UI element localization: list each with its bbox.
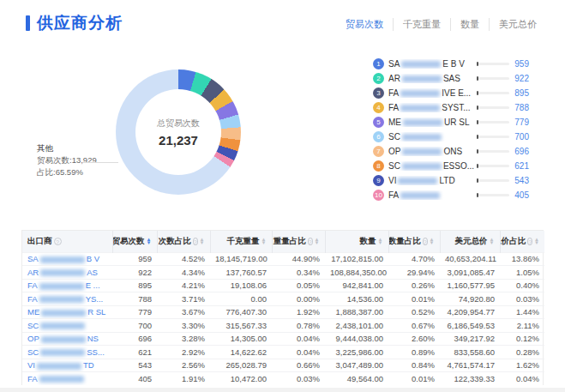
value-bar — [477, 106, 509, 109]
sort-icon[interactable]: ▲▼ — [147, 238, 152, 244]
legend-value: 788 — [514, 103, 529, 112]
sort-icon[interactable]: ▲▼ — [200, 238, 205, 244]
legend-item[interactable]: 8SCESSO...621 — [373, 159, 529, 173]
column-label: 数量 — [360, 236, 376, 247]
table-cell: 0.04% — [272, 346, 325, 359]
redacted-text — [402, 163, 442, 170]
legend-item[interactable]: 10FA405 — [373, 188, 529, 202]
column-header-贸易次数[interactable]: 贸易次数▲▼ — [112, 231, 157, 252]
value-bar-fill — [477, 149, 478, 154]
value-bar-fill — [477, 135, 478, 139]
redacted-text — [402, 148, 442, 155]
exporter-name-link[interactable]: VITD — [22, 359, 112, 372]
table-cell: 3,091,085.47 — [440, 266, 500, 280]
table-row: OPNS6963.28%14,305.000.04%9,444,038.002.… — [22, 332, 544, 346]
table-cell: 959 — [112, 252, 157, 266]
value-bar-fill — [477, 120, 478, 124]
table-cell: 895 — [112, 279, 157, 292]
rank-badge: 1 — [373, 58, 384, 69]
rank-badge: 2 — [373, 73, 384, 84]
exporter-name-link[interactable]: ARAS — [22, 266, 112, 280]
exporter-name-link[interactable]: SAB V — [22, 252, 112, 266]
redacted-text — [40, 256, 85, 263]
table-cell: 922 — [112, 266, 157, 280]
value-bar-fill — [477, 62, 478, 66]
table-cell: 0.00% — [272, 292, 325, 306]
legend-item[interactable]: 4FASYST...788 — [373, 100, 529, 115]
legend-item[interactable]: 7OPONS696 — [373, 144, 529, 159]
table-cell: 0.67% — [388, 319, 440, 333]
redacted-text — [37, 363, 81, 370]
legend-item[interactable]: 2ARSAS922 — [373, 71, 529, 86]
table-cell: 44.90% — [272, 252, 325, 266]
tab-千克重量[interactable]: 千克重量 — [393, 18, 450, 31]
table-cell: 4,761,574.17 — [440, 359, 500, 372]
supplier-legend: 1SAE B V9592ARSAS9223FAIVE E...8954FASYS… — [373, 57, 529, 202]
redacted-text — [40, 349, 85, 356]
supplier-name: FASYST... — [388, 103, 475, 112]
table-cell: 17,102,815.00 — [325, 252, 388, 266]
legend-value: 779 — [514, 118, 529, 127]
supplier-name: ARSAS — [388, 74, 475, 83]
exporter-name-link[interactable]: SCSS... — [22, 346, 112, 359]
column-header-数量占比[interactable]: 数量占比?▲▼ — [388, 231, 440, 252]
legend-item[interactable]: 6SC700 — [373, 130, 529, 144]
redacted-text — [40, 323, 85, 329]
supplier-table-container: 出口商?贸易次数▲▼次数占比?▲▼千克重量▲▼重量占比?▲▼数量▲▼数量占比?▲… — [21, 230, 544, 385]
table-cell: 14,536.00 — [325, 292, 388, 306]
table-cell: 0.40% — [500, 279, 544, 292]
sort-icon[interactable]: ▲▼ — [261, 238, 267, 244]
exporter-name-link[interactable]: OPNS — [22, 332, 112, 346]
tab-贸易次数[interactable]: 贸易次数 — [336, 18, 393, 31]
table-cell: 0.26% — [388, 279, 440, 292]
table-cell: 405 — [112, 372, 157, 386]
donut-center-label: 总贸易次数 — [157, 118, 200, 130]
column-header-重量占比[interactable]: 重量占比?▲▼ — [272, 231, 325, 252]
legend-item[interactable]: 9VILTD543 — [373, 173, 529, 188]
redacted-text — [400, 105, 440, 112]
table-cell: 621 — [112, 346, 157, 359]
value-bar — [477, 63, 509, 65]
legend-value: 922 — [514, 74, 529, 83]
redacted-text — [401, 61, 441, 68]
sort-icon[interactable]: ▲▼ — [534, 238, 539, 244]
donut-center-value: 21,237 — [159, 133, 198, 148]
sort-icon[interactable]: ▲▼ — [490, 238, 495, 244]
redacted-text — [403, 119, 442, 126]
legend-item[interactable]: 1SAE B V959 — [373, 57, 529, 71]
column-header-千克重量[interactable]: 千克重量▲▼ — [210, 231, 272, 252]
supplier-name: MEUR SL — [388, 118, 475, 127]
table-cell: 4.70% — [388, 252, 440, 266]
table-cell: 4.52% — [157, 252, 210, 266]
legend-item[interactable]: 5MEUR SL779 — [373, 115, 529, 130]
column-header-美元总价[interactable]: 美元总价▲▼ — [440, 231, 500, 252]
exporter-name-link[interactable]: FAYS... — [22, 292, 112, 306]
callout-count: 贸易次数:13,929 — [37, 154, 97, 166]
sort-icon[interactable]: ▲▼ — [315, 238, 320, 244]
tab-数量[interactable]: 数量 — [450, 18, 489, 31]
legend-item[interactable]: 3FAIVE E...895 — [373, 86, 529, 100]
column-header-content: 数量占比?▲▼ — [394, 236, 435, 247]
exporter-name-link[interactable]: FA — [22, 372, 112, 386]
redacted-text — [41, 310, 86, 317]
column-header-总价占比[interactable]: 总价占比?▲▼ — [500, 231, 544, 252]
title-accent-bar — [26, 15, 30, 31]
column-label: 美元总价 — [455, 236, 488, 247]
redacted-text — [39, 376, 84, 383]
info-icon: ? — [54, 238, 62, 245]
exporter-name-link[interactable]: MER SL — [22, 305, 112, 319]
metric-tabs: 贸易次数千克重量数量美元总价 — [336, 18, 546, 31]
exporter-name-link[interactable]: FAE ... — [22, 279, 112, 292]
supplier-name: FA — [388, 190, 475, 200]
table-row: SCSS...6212.92%14,622.620.04%3,225,986.0… — [22, 346, 544, 359]
column-header-数量[interactable]: 数量▲▼ — [325, 231, 388, 252]
table-cell: 18,145,719.00 — [210, 252, 272, 266]
table-cell: 3.67% — [157, 305, 210, 319]
exporter-name-link[interactable]: SC — [22, 319, 112, 333]
callout-pct: 占比:65.59% — [37, 166, 97, 178]
sort-icon[interactable]: ▲▼ — [430, 238, 435, 244]
sort-icon[interactable]: ▲▼ — [378, 238, 383, 244]
tab-美元总价[interactable]: 美元总价 — [489, 18, 546, 31]
value-bar — [477, 150, 509, 153]
column-header-次数占比[interactable]: 次数占比?▲▼ — [157, 231, 210, 252]
